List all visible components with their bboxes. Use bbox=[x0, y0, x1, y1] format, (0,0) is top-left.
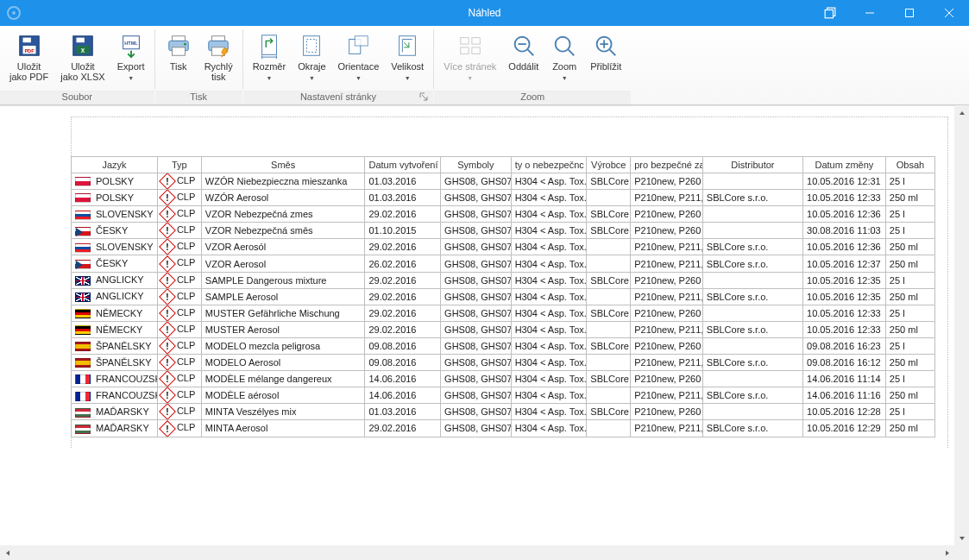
maximize-button[interactable] bbox=[890, 0, 929, 26]
column-header-maker[interactable]: Výrobce bbox=[587, 157, 631, 173]
cell-lang: SLOVENSKY bbox=[96, 209, 154, 219]
table-row[interactable]: NĚMECKYCLPMUSTER Gefährliche Mischung29.… bbox=[72, 305, 935, 321]
cell-mix: WZÓR Niebezpieczna mieszanka bbox=[201, 173, 365, 190]
cell-mix: VZOR Nebezpečná směs bbox=[201, 223, 365, 239]
column-header-lang[interactable]: Jazyk bbox=[72, 157, 158, 173]
cell-changed: 14.06.2016 11:14 bbox=[803, 371, 886, 387]
horizontal-scrollbar[interactable] bbox=[0, 545, 954, 560]
table-row[interactable]: NĚMECKYCLPMUSTER Aerosol29.02.2016GHS08,… bbox=[72, 321, 935, 337]
scale-button[interactable]: Velikost▼ bbox=[385, 29, 430, 86]
printer-icon bbox=[165, 32, 192, 60]
svg-rect-2 bbox=[906, 9, 914, 17]
cell-changed: 10.05.2016 12:35 bbox=[803, 272, 886, 288]
ghs-hazard-icon bbox=[159, 272, 176, 288]
guide-line bbox=[947, 116, 948, 448]
zoom-out-button[interactable]: Oddálit bbox=[502, 29, 544, 85]
cell-maker: SBLCore s. bbox=[587, 371, 631, 387]
ribbon-group-label: Zoom bbox=[434, 91, 631, 104]
minimize-button[interactable] bbox=[850, 0, 890, 26]
margins-button[interactable]: Okraje▼ bbox=[292, 29, 331, 86]
cell-created: 01.10.2015 bbox=[365, 223, 441, 239]
table-row[interactable]: MAĎARSKYCLPMINTA Veszélyes mix01.03.2016… bbox=[72, 404, 935, 420]
table-row[interactable]: ANGLICKYCLPSAMPLE Aerosol29.02.2016GHS08… bbox=[72, 288, 935, 305]
cell-content: 250 ml bbox=[885, 239, 934, 255]
dialog-launcher-button[interactable] bbox=[419, 91, 431, 104]
save-pdf-button[interactable]: PDF Uložitjako PDF bbox=[3, 29, 54, 85]
scroll-left-button[interactable] bbox=[0, 545, 15, 560]
print-button[interactable]: Tisk bbox=[159, 29, 198, 85]
svg-rect-30 bbox=[461, 47, 469, 54]
column-header-safety[interactable]: pro bezpečné za bbox=[631, 157, 703, 173]
svg-rect-10 bbox=[76, 38, 84, 43]
cell-mix: VZOR Nebezpečná zmes bbox=[201, 206, 365, 223]
cell-danger: H304 < Asp. Tox. bbox=[511, 239, 587, 255]
cell-lang: ANGLICKY bbox=[96, 274, 144, 285]
cell-lang: POLSKY bbox=[96, 176, 134, 186]
svg-rect-6 bbox=[22, 38, 30, 43]
cell-mix: MODÈLE aérosol bbox=[201, 387, 365, 404]
column-header-created[interactable]: Datum vytvoření bbox=[365, 157, 441, 173]
table-row[interactable]: FRANCOUZSKCLPMODÈLE mélange dangereux14.… bbox=[72, 371, 935, 387]
column-header-changed[interactable]: Datum změny bbox=[803, 157, 886, 173]
scroll-right-button[interactable] bbox=[940, 545, 954, 560]
cell-type: CLP bbox=[177, 175, 195, 186]
zoom-in-button[interactable]: Přiblížit bbox=[584, 29, 627, 85]
close-button[interactable] bbox=[929, 0, 969, 26]
cell-danger: H304 < Asp. Tox. bbox=[511, 305, 587, 321]
button-label: Uložitjako XLSX bbox=[60, 61, 104, 82]
multi-page-icon bbox=[456, 32, 484, 60]
cell-created: 14.06.2016 bbox=[365, 371, 441, 387]
cell-danger: H304 < Asp. Tox. bbox=[511, 321, 587, 337]
column-header-mix[interactable]: Směs bbox=[201, 157, 365, 173]
cell-danger: H304 < Asp. Tox. bbox=[511, 404, 587, 420]
flag-fr-icon bbox=[75, 392, 91, 401]
table-row[interactable]: ŠPANĚLSKYCLPMODELO Aerosol09.08.2016GHS0… bbox=[72, 355, 935, 371]
ghs-hazard-icon bbox=[159, 387, 176, 404]
table-row[interactable]: FRANCOUZSKCLPMODÈLE aérosol14.06.2016GHS… bbox=[72, 387, 935, 404]
orientation-button[interactable]: Orientace▼ bbox=[332, 29, 386, 86]
table-row[interactable]: ČESKYCLPVZOR Aerosol26.02.2016GHS08, GHS… bbox=[72, 255, 935, 272]
table-row[interactable]: ŠPANĚLSKYCLPMODELO mezcla peligrosa09.08… bbox=[72, 337, 935, 354]
vertical-scrollbar[interactable] bbox=[954, 105, 969, 545]
column-header-symbols[interactable]: Symboly bbox=[441, 157, 512, 173]
table-row[interactable]: POLSKYCLPWZÓR Aerosol01.03.2016GHS08, GH… bbox=[72, 190, 935, 206]
preview-area[interactable]: JazykTypSměsDatum vytvořeníSymbolyty o n… bbox=[0, 105, 969, 545]
zoom-icon bbox=[551, 32, 578, 60]
table-row[interactable]: POLSKYCLPWZÓR Niebezpieczna mieszanka01.… bbox=[72, 173, 935, 190]
table-row[interactable]: ANGLICKYCLPSAMPLE Dangerous mixture29.02… bbox=[72, 272, 935, 288]
button-label: Okraje▼ bbox=[298, 61, 325, 84]
cell-content: 250 ml bbox=[885, 190, 934, 206]
ghs-hazard-icon bbox=[159, 355, 176, 371]
column-header-type[interactable]: Typ bbox=[157, 157, 201, 173]
cell-safety: P210new, P260 bbox=[631, 272, 703, 288]
cell-danger: H304 < Asp. Tox. bbox=[511, 371, 587, 387]
table-row[interactable]: MAĎARSKYCLPMINTA Aerosol29.02.2016GHS08,… bbox=[72, 420, 935, 437]
cell-content: 25 l bbox=[885, 223, 934, 239]
column-header-distributor[interactable]: Distributor bbox=[702, 157, 802, 173]
export-button[interactable]: HTML Export▼ bbox=[111, 29, 151, 86]
cell-danger: H304 < Asp. Tox. bbox=[511, 288, 587, 305]
table-row[interactable]: SLOVENSKYCLPVZOR Nebezpečná zmes29.02.20… bbox=[72, 206, 935, 223]
window-title: Náhled bbox=[468, 7, 500, 19]
column-header-danger[interactable]: ty o nebezpečnc bbox=[511, 157, 587, 173]
cell-type: CLP bbox=[177, 257, 195, 267]
zoom-button[interactable]: Zoom▼ bbox=[544, 29, 584, 86]
table-row[interactable]: ČESKYCLPVZOR Nebezpečná směs01.10.2015GH… bbox=[72, 223, 935, 239]
column-header-content[interactable]: Obsah bbox=[885, 157, 934, 173]
guide-line bbox=[71, 116, 948, 117]
cell-lang: ANGLICKY bbox=[96, 291, 144, 301]
scroll-down-button[interactable] bbox=[954, 531, 969, 545]
svg-text:X: X bbox=[81, 47, 85, 53]
restore-down-alt-button[interactable] bbox=[810, 0, 850, 26]
save-xlsx-button[interactable]: X Uložitjako XLSX bbox=[54, 29, 110, 85]
cell-danger: H304 < Asp. Tox. bbox=[511, 190, 587, 206]
cell-symbols: GHS08, GHS07, bbox=[441, 288, 512, 305]
quick-print-button[interactable]: Rychlýtisk bbox=[198, 29, 239, 85]
cell-created: 29.02.2016 bbox=[365, 420, 441, 437]
size-button[interactable]: Rozměr▼ bbox=[247, 29, 293, 86]
cell-mix: MINTA Veszélyes mix bbox=[201, 404, 365, 420]
cell-lang: ČESKY bbox=[96, 258, 128, 268]
scroll-up-button[interactable] bbox=[954, 105, 969, 120]
cell-maker bbox=[587, 420, 631, 437]
table-row[interactable]: SLOVENSKYCLPVZOR Aerosól29.02.2016GHS08,… bbox=[72, 239, 935, 255]
